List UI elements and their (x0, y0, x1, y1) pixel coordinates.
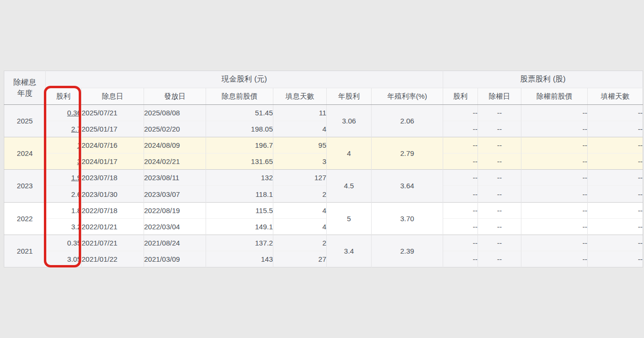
cell-cash-dividend[interactable]: 1.9 (46, 170, 82, 186)
cell-cash-dividend[interactable]: 0.36 (46, 105, 82, 121)
stock-dividend-group-header: 股票股利 (股) (443, 71, 643, 88)
cell-stock-dividend: -- (443, 251, 478, 267)
cell-ex-rights-date: -- (478, 121, 521, 137)
page: 除權息 年度 現金股利 (元) 股票股利 (股) 股利 除息日 發放日 除息前股… (0, 0, 644, 338)
cell-cash-dividend-link[interactable]: 1 (77, 141, 81, 149)
cell-price-before-rights: -- (521, 251, 588, 267)
cash-dividend-group-header: 現金股利 (元) (46, 71, 443, 88)
cell-annual-dividend: 3.06 (327, 105, 372, 137)
cell-stock-dividend: -- (443, 202, 478, 218)
cell-price-before-rights: -- (521, 105, 588, 121)
cell-stock-dividend: -- (443, 186, 478, 202)
dividend-row-2022-2: 3.22022/01/212022/03/04149.14-------- (4, 218, 643, 235)
cell-year: 2024 (4, 137, 46, 170)
cell-stock-dividend: -- (443, 218, 478, 235)
cell-payment-date: 2025/08/08 (144, 105, 206, 121)
cell-fill-rights-days: -- (588, 218, 643, 235)
dividend-row-2025-1: 20250.362025/07/212025/08/0851.45113.062… (4, 105, 643, 121)
cell-annual-yield: 2.06 (372, 105, 443, 137)
cell-cash-dividend-link[interactable]: 1.9 (71, 174, 81, 182)
cell-cash-dividend-link[interactable]: 0.36 (67, 109, 81, 117)
cell-ex-dividend-date: 2023/01/30 (82, 186, 144, 202)
cell-price-before-ex: 51.45 (206, 105, 273, 121)
cell-stock-dividend: -- (443, 170, 478, 186)
dividend-row-2021-1: 20210.352021/07/212021/08/24137.223.42.3… (4, 235, 643, 251)
cell-cash-dividend: 3.05 (46, 251, 82, 267)
cell-payment-date: 2022/08/19 (144, 202, 206, 218)
col-header-ex-rights-date: 除權日 (478, 88, 521, 105)
col-header-payment-date: 發放日 (144, 88, 206, 105)
cell-price-before-rights: -- (521, 121, 588, 137)
col-header-cash-dividend: 股利 (46, 88, 82, 105)
dividend-row-2023-1: 20231.92023/07/182023/08/111321274.53.64… (4, 170, 643, 186)
cell-ex-rights-date: -- (478, 170, 521, 186)
cell-fill-rights-days: -- (588, 154, 643, 170)
cell-payment-date: 2021/03/09 (144, 251, 206, 267)
cell-fill-rights-days: -- (588, 235, 643, 251)
cell-fill-days: 95 (273, 137, 327, 154)
col-header-stock-dividend: 股利 (443, 88, 478, 105)
cell-year: 2022 (4, 202, 46, 235)
dividend-row-2024-1: 202412024/07/162024/08/09196.79542.79---… (4, 137, 643, 154)
cell-stock-dividend: -- (443, 137, 478, 154)
dividend-row-2022-1: 20221.82022/07/182022/08/19115.5453.70--… (4, 202, 643, 218)
cell-price-before-rights: -- (521, 235, 588, 251)
cell-price-before-rights: -- (521, 170, 588, 186)
cell-cash-dividend: 0.35 (46, 235, 82, 251)
cell-ex-rights-date: -- (478, 186, 521, 202)
cell-price-before-rights: -- (521, 154, 588, 170)
cell-fill-rights-days: -- (588, 137, 643, 154)
cell-payment-date: 2024/02/21 (144, 154, 206, 170)
cell-stock-dividend: -- (443, 121, 478, 137)
cell-ex-dividend-date: 2025/01/17 (82, 121, 144, 137)
cell-fill-rights-days: -- (588, 121, 643, 137)
cell-annual-yield: 2.79 (372, 137, 443, 170)
cell-price-before-ex: 198.05 (206, 121, 273, 137)
col-header-price-before-ex: 除息前股價 (206, 88, 273, 105)
dividend-table: 除權息 年度 現金股利 (元) 股票股利 (股) 股利 除息日 發放日 除息前股… (4, 71, 643, 267)
cell-annual-dividend: 3.4 (327, 235, 372, 267)
cell-price-before-ex: 143 (206, 251, 273, 267)
cell-stock-dividend: -- (443, 154, 478, 170)
cell-cash-dividend[interactable]: 2.7 (46, 121, 82, 137)
cell-cash-dividend-link[interactable]: 3 (77, 157, 81, 165)
cell-price-before-rights: -- (521, 218, 588, 235)
cell-fill-rights-days: -- (588, 170, 643, 186)
cell-ex-dividend-date: 2024/01/17 (82, 154, 144, 170)
cell-ex-rights-date: -- (478, 202, 521, 218)
cell-annual-dividend: 5 (327, 202, 372, 235)
cell-cash-dividend-link[interactable]: 2.7 (71, 125, 81, 133)
cell-ex-rights-date: -- (478, 218, 521, 235)
cell-cash-dividend[interactable]: 3 (46, 154, 82, 170)
col-header-ex-dividend-date: 除息日 (82, 88, 144, 105)
dividend-table-card: 除權息 年度 現金股利 (元) 股票股利 (股) 股利 除息日 發放日 除息前股… (4, 71, 643, 267)
cell-ex-rights-date: -- (478, 235, 521, 251)
cell-stock-dividend: -- (443, 105, 478, 121)
group-header-row: 除權息 年度 現金股利 (元) 股票股利 (股) (4, 71, 643, 88)
cell-fill-rights-days: -- (588, 251, 643, 267)
table-header: 除權息 年度 現金股利 (元) 股票股利 (股) 股利 除息日 發放日 除息前股… (4, 71, 643, 105)
cell-annual-dividend: 4.5 (327, 170, 372, 202)
dividend-row-2023-2: 2.62023/01/302023/03/07118.12-------- (4, 186, 643, 202)
cell-price-before-ex: 196.7 (206, 137, 273, 154)
cell-annual-dividend: 4 (327, 137, 372, 170)
cell-cash-dividend[interactable]: 1 (46, 137, 82, 154)
column-header-row: 股利 除息日 發放日 除息前股價 填息天數 年股利 年殖利率(%) 股利 除權日… (4, 88, 643, 105)
cell-ex-rights-date: -- (478, 137, 521, 154)
cell-ex-rights-date: -- (478, 154, 521, 170)
cell-price-before-ex: 137.2 (206, 235, 273, 251)
cell-fill-rights-days: -- (588, 105, 643, 121)
cell-annual-yield: 3.64 (372, 170, 443, 202)
col-header-annual-dividend: 年股利 (327, 88, 372, 105)
cell-price-before-ex: 118.1 (206, 186, 273, 202)
cell-ex-rights-date: -- (478, 251, 521, 267)
cell-fill-days: 11 (273, 105, 327, 121)
cell-payment-date: 2024/08/09 (144, 137, 206, 154)
cell-price-before-ex: 131.65 (206, 154, 273, 170)
cell-year: 2025 (4, 105, 46, 137)
cell-price-before-ex: 132 (206, 170, 273, 186)
cell-annual-yield: 3.70 (372, 202, 443, 235)
cell-annual-yield: 2.39 (372, 235, 443, 267)
cell-ex-dividend-date: 2024/07/16 (82, 137, 144, 154)
dividend-row-2024-2: 32024/01/172024/02/21131.653-------- (4, 154, 643, 170)
